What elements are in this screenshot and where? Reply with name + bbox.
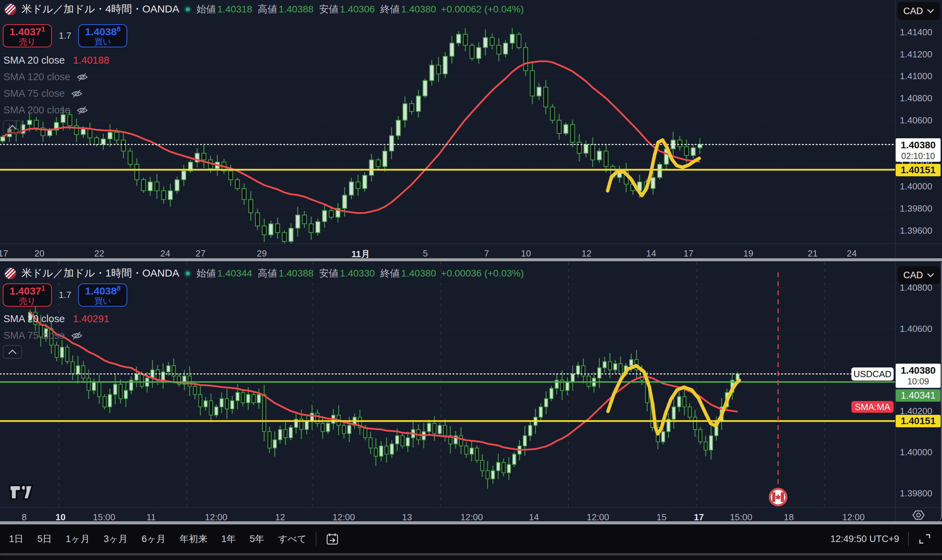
currency-dropdown-1h[interactable]: CAD — [898, 266, 940, 284]
range-button[interactable]: 1日 — [9, 533, 23, 545]
chevron-up-icon — [8, 125, 17, 130]
chart-widget-1h: 米ドル／加ドル・1時間・OANDA 始値1.40344 高値1.40388 安値… — [0, 262, 942, 521]
economic-event-flag-icon — [769, 488, 787, 506]
green-level-label-1h: 1.40341 — [896, 389, 940, 402]
trade-buttons-4h: 1.40371 売り 1.7 1.40388 買い — [3, 24, 127, 47]
buy-button-1h[interactable]: 1.40388 買い — [78, 283, 127, 307]
eye-off-icon[interactable] — [77, 72, 88, 82]
sma-ma-tag: SMA:MA — [851, 401, 894, 413]
time-tick[interactable]: 12:00 — [842, 512, 865, 521]
change-value-1h: +0.00036 (+0.03%) — [441, 268, 524, 279]
goto-date-button[interactable] — [325, 532, 339, 546]
indicator-row[interactable]: SMA 75 close — [3, 330, 83, 341]
indicator-row[interactable]: SMA 200 close — [3, 105, 88, 116]
time-tick[interactable]: 10 — [521, 248, 531, 258]
market-open-dot[interactable] — [184, 6, 192, 13]
time-tick[interactable]: 15:00 — [730, 512, 752, 521]
time-tick[interactable]: 10 — [56, 512, 66, 521]
indicator-label: SMA 75 close — [3, 88, 65, 99]
price-tick: 1.41200 — [900, 49, 932, 60]
range-button[interactable]: すべて — [278, 533, 307, 545]
candlestick-pane-1h[interactable] — [0, 262, 895, 507]
time-tick[interactable]: 15:00 — [93, 512, 115, 521]
yellow-level-label-4h: 1.40151 — [896, 164, 940, 176]
indicator-label: SMA 20 close — [3, 313, 65, 325]
collapse-legend-button-4h[interactable] — [3, 120, 22, 134]
time-tick[interactable]: 12 — [275, 512, 285, 521]
collapse-legend-button-1h[interactable] — [3, 345, 22, 359]
chart-header-1h: 米ドル／加ドル・1時間・OANDA 始値1.40344 高値1.40388 安値… — [4, 266, 524, 280]
time-tick[interactable]: 17 — [684, 248, 694, 258]
time-tick[interactable]: 11 — [147, 512, 156, 521]
sell-button-1h[interactable]: 1.40371 売り — [3, 283, 52, 307]
chart-title-1h[interactable]: 米ドル／加ドル・1時間・OANDA — [22, 266, 179, 280]
indicator-value: 1.40291 — [73, 313, 109, 325]
time-tick[interactable]: 27 — [196, 248, 206, 258]
time-axis-4h[interactable]: 17202224272911月5710121417192124 — [0, 243, 942, 258]
time-tick[interactable]: 17 — [694, 512, 704, 521]
time-tick[interactable]: 12:00 — [460, 512, 483, 521]
axis-settings-icon[interactable] — [911, 509, 926, 521]
pane-splitter-1[interactable] — [0, 258, 942, 262]
indicator-row[interactable]: SMA 120 close — [3, 71, 88, 83]
symbol-tag: USDCAD — [851, 368, 894, 381]
candlestick-pane-4h[interactable] — [0, 0, 895, 243]
sell-button-4h[interactable]: 1.40371 売り — [3, 24, 52, 47]
indicator-row[interactable]: SMA 75 close — [3, 88, 83, 99]
time-tick[interactable]: 12:00 — [332, 512, 355, 521]
indicator-label: SMA 120 close — [3, 71, 70, 83]
time-tick[interactable]: 20 — [35, 248, 45, 258]
time-tick[interactable]: 17 — [0, 248, 8, 258]
range-button[interactable]: 1ヶ月 — [66, 533, 90, 545]
time-tick[interactable]: 29 — [257, 248, 267, 258]
time-tick[interactable]: 12:00 — [586, 512, 609, 521]
chart-header-4h: 米ドル／加ドル・4時間・OANDA 始値1.40318 高値1.40388 安値… — [4, 2, 524, 16]
usdcad-pair-flag-icon — [4, 267, 17, 280]
spread-value-1h: 1.7 — [59, 290, 71, 300]
time-tick[interactable]: 15 — [657, 512, 667, 521]
indicator-row[interactable]: SMA 20 close1.40291 — [3, 313, 109, 325]
tradingview-logo[interactable] — [8, 483, 35, 502]
time-tick[interactable]: 24 — [847, 248, 857, 258]
range-button[interactable]: 5年 — [250, 533, 264, 545]
price-axis-4h[interactable]: 1.414001.412001.410001.408001.406001.402… — [895, 0, 942, 243]
last-price-label-4h: 1.40380 02:10:10 — [896, 138, 940, 162]
bar-countdown-1h: 10:09 — [896, 377, 940, 386]
time-tick[interactable]: 14 — [529, 512, 539, 521]
market-open-dot[interactable] — [184, 270, 192, 277]
indicator-row[interactable]: SMA 20 close1.40188 — [3, 55, 109, 66]
eye-off-icon[interactable] — [77, 105, 88, 115]
time-axis-1h[interactable]: 81015:001112:001212:001312:001412:001517… — [0, 507, 942, 521]
eye-off-icon[interactable] — [71, 331, 83, 341]
time-tick[interactable]: 5 — [423, 248, 428, 258]
time-tick[interactable]: 21 — [808, 248, 818, 258]
clock-utc[interactable]: 12:49:50 UTC+9 — [830, 534, 899, 545]
price-tick: 1.39800 — [900, 203, 932, 214]
time-tick[interactable]: 11月 — [351, 248, 370, 258]
time-tick[interactable]: 14 — [646, 248, 656, 258]
time-tick[interactable]: 24 — [160, 248, 171, 258]
time-tick[interactable]: 12:00 — [205, 512, 227, 521]
range-button[interactable]: 1年 — [221, 533, 236, 545]
ohlc-values-4h: 始値1.40318 高値1.40388 安値1.40306 終値1.40380 — [196, 3, 436, 16]
indicator-value: 1.40188 — [73, 55, 109, 66]
range-button[interactable]: 3ヶ月 — [104, 533, 128, 545]
pane-splitter-2[interactable] — [0, 521, 942, 525]
range-button[interactable]: 6ヶ月 — [142, 533, 166, 545]
currency-dropdown-4h[interactable]: CAD — [898, 2, 940, 20]
price-tick: 1.40600 — [900, 323, 932, 334]
time-tick[interactable]: 8 — [22, 512, 27, 521]
time-tick[interactable]: 22 — [94, 248, 105, 258]
fullscreen-button[interactable] — [918, 532, 932, 546]
time-tick[interactable]: 7 — [484, 248, 489, 258]
range-button[interactable]: 年初来 — [180, 533, 208, 545]
range-button[interactable]: 5日 — [37, 533, 52, 545]
time-tick[interactable]: 13 — [402, 512, 412, 521]
chart-title-4h[interactable]: 米ドル／加ドル・4時間・OANDA — [22, 2, 179, 16]
time-tick[interactable]: 12 — [582, 248, 592, 258]
time-tick[interactable]: 19 — [743, 248, 754, 258]
time-tick[interactable]: 18 — [784, 512, 794, 521]
price-tick: 1.41000 — [900, 71, 932, 82]
buy-button-4h[interactable]: 1.40388 買い — [78, 24, 127, 47]
eye-off-icon[interactable] — [71, 89, 83, 99]
